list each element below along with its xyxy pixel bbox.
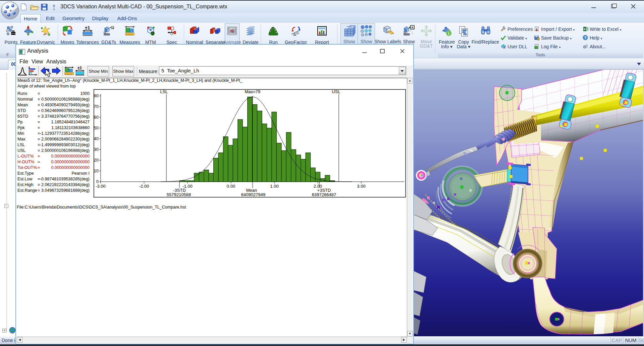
svg-text:-2.00: -2.00 [139, 184, 149, 189]
svg-text:LSL: LSL [160, 89, 168, 94]
svg-text:50: 50 [94, 125, 99, 130]
svg-text:10: 10 [94, 168, 99, 173]
svg-text:-3.00: -3.00 [96, 184, 106, 189]
svg-text:1.00: 1.00 [270, 184, 278, 189]
svg-text:USL: USL [332, 89, 340, 94]
svg-text:80: 80 [94, 93, 99, 98]
svg-text:0.00: 0.00 [227, 184, 235, 189]
svg-text:3.00: 3.00 [357, 184, 365, 189]
svg-text:20: 20 [94, 158, 99, 163]
svg-text:?: ? [584, 36, 587, 40]
svg-text:0: 0 [96, 179, 99, 184]
svg-text:5579210588: 5579210588 [167, 192, 191, 197]
svg-text:Max=79: Max=79 [245, 89, 261, 94]
svg-text:70: 70 [94, 104, 99, 109]
svg-text:±1: ±1 [77, 66, 82, 70]
svg-text:6409027949: 6409027949 [241, 192, 265, 197]
svg-text:30: 30 [94, 147, 99, 152]
svg-text:X: X [584, 27, 586, 31]
svg-text:6397266487: 6397266487 [312, 192, 336, 197]
svg-text:40: 40 [94, 136, 99, 141]
svg-text:60: 60 [94, 115, 99, 120]
